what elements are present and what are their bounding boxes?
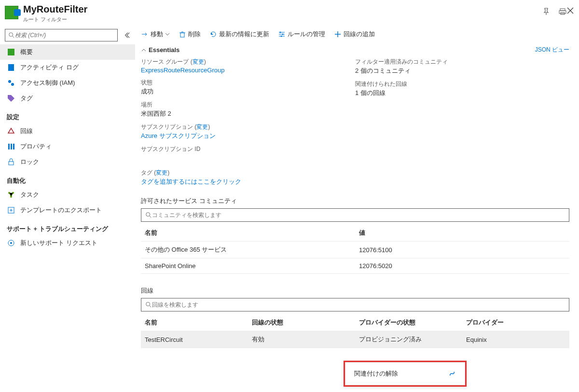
circuits-section-title: 回線: [135, 284, 575, 298]
trash-icon: [179, 30, 186, 38]
svg-point-7: [11, 83, 14, 86]
sidebar-section-support: サポート + トラブルシューティング: [0, 218, 135, 235]
sidebar-item-activity-log[interactable]: アクティビティ ログ: [0, 60, 135, 75]
sidebar-item-label: 回線: [20, 127, 33, 135]
table-row[interactable]: SharePoint Online 12076:5020: [141, 258, 569, 274]
col-name[interactable]: 名前: [141, 314, 248, 331]
sidebar-item-label: タグ: [20, 94, 33, 103]
sidebar-item-label: タスク: [20, 190, 39, 199]
route-filter-icon: [5, 6, 18, 19]
table-row[interactable]: TestERCircuit 有効 プロビジョニング済み Equinix: [141, 331, 569, 348]
search-icon: [145, 212, 152, 218]
sidebar-item-label: プロパティ: [20, 142, 52, 151]
sidebar-item-access-control[interactable]: アクセス制御 (IAM): [0, 75, 135, 91]
refresh-icon: [209, 30, 217, 38]
dissociate-menu-item[interactable]: 関連付けの解除: [345, 362, 465, 367]
page-header: MyRouteFilter ルート フィルター: [0, 0, 579, 26]
command-bar: 移動 削除 最新の情報に更新 ルールの管理 回線の追加: [135, 26, 575, 43]
sidebar-item-overview[interactable]: 概要: [0, 44, 135, 60]
sidebar-item-locks[interactable]: ロック: [0, 154, 135, 170]
svg-point-17: [10, 242, 12, 244]
sidebar-item-tasks[interactable]: タスク: [0, 187, 135, 203]
add-tags-link[interactable]: タグを追加するにはここをクリック: [141, 177, 569, 186]
col-value[interactable]: 値: [355, 225, 569, 242]
search-input-container[interactable]: [5, 29, 118, 41]
field-status: 状態 成功: [141, 79, 355, 96]
svg-point-22: [146, 213, 150, 216]
communities-filter-input[interactable]: [152, 212, 565, 218]
search-icon: [8, 32, 15, 39]
col-name[interactable]: 名前: [141, 225, 355, 242]
svg-rect-4: [8, 49, 14, 55]
sidebar-item-circuits[interactable]: 回線: [0, 123, 135, 139]
sidebar-item-label: 新しいサポート リクエスト: [20, 239, 97, 247]
col-circuit-state[interactable]: 回線の状態: [248, 314, 355, 331]
search-input[interactable]: [15, 32, 114, 39]
sidebar-item-tags[interactable]: タグ: [0, 91, 135, 106]
sidebar-item-export-template[interactable]: テンプレートのエクスポート: [0, 203, 135, 218]
subscription-link[interactable]: Azure サブスクリプション: [141, 132, 355, 140]
sidebar-section-settings: 設定: [0, 106, 135, 123]
export-template-icon: [7, 206, 15, 214]
print-icon[interactable]: [559, 8, 566, 15]
json-view-link[interactable]: JSON ビュー: [535, 46, 569, 54]
change-subscription-link[interactable]: 変更: [196, 123, 208, 130]
move-icon: [141, 30, 149, 38]
sidebar-item-properties[interactable]: プロパティ: [0, 139, 135, 154]
pin-icon[interactable]: [542, 8, 550, 15]
svg-point-20: [282, 34, 284, 35]
sidebar-section-automation: 自動化: [0, 170, 135, 187]
col-provider[interactable]: プロバイダー: [462, 314, 569, 331]
tasks-icon: [7, 191, 15, 199]
communities-section-title: 許可されたサービス コミュニティ: [135, 194, 575, 208]
circuits-filter-input[interactable]: [152, 301, 565, 308]
svg-rect-1: [559, 11, 566, 14]
route-filter-nav-icon: [7, 48, 15, 56]
communities-table: 名前 値 その他の Office 365 サービス 12076:5100 Sha…: [141, 225, 569, 274]
change-tags-link[interactable]: 変更: [156, 169, 167, 176]
sidebar-item-label: アクティビティ ログ: [20, 63, 79, 72]
essentials-grid: リソース グループ (変更) ExpressRouteResourceGroup…: [135, 57, 575, 167]
sidebar-item-support-request[interactable]: 新しいサポート リクエスト: [0, 235, 135, 251]
essentials-header[interactable]: Essentials JSON ビュー: [135, 43, 575, 57]
lock-icon: [7, 158, 15, 166]
chevron-up-icon: [141, 47, 147, 53]
table-row[interactable]: その他の Office 365 サービス 12076:5100: [141, 242, 569, 258]
move-button[interactable]: 移動: [141, 30, 170, 39]
sidebar-item-label: テンプレートのエクスポート: [20, 206, 102, 215]
delete-button[interactable]: 削除: [179, 30, 201, 39]
tag-icon: [7, 95, 15, 102]
row-context-menu: 関連付けの解除: [344, 361, 467, 367]
field-subscription: サブスクリプション (変更) Azure サブスクリプション: [141, 123, 355, 140]
circuits-icon: [7, 127, 15, 135]
chevron-down-icon: [165, 32, 170, 37]
search-icon: [145, 301, 152, 308]
svg-point-23: [146, 302, 150, 306]
svg-rect-10: [13, 144, 14, 149]
refresh-button[interactable]: 最新の情報に更新: [209, 30, 269, 39]
rules-icon: [278, 30, 286, 38]
field-tags: タグ (変更) タグを追加するにはここをクリック: [135, 167, 575, 194]
support-icon: [7, 239, 15, 247]
col-provider-state[interactable]: プロバイダーの状態: [355, 314, 462, 331]
circuits-table: 名前 回線の状態 プロバイダーの状態 プロバイダー TestERCircuit …: [141, 314, 569, 348]
svg-point-21: [281, 36, 282, 37]
change-resource-group-link[interactable]: 変更: [193, 58, 204, 65]
svg-rect-11: [9, 162, 14, 165]
resource-group-link[interactable]: ExpressRouteResourceGroup: [141, 67, 355, 74]
properties-icon: [7, 143, 15, 150]
field-resource-group: リソース グループ (変更) ExpressRouteResourceGroup: [141, 58, 355, 74]
close-icon[interactable]: [566, 7, 574, 14]
plus-icon: [334, 30, 342, 38]
svg-rect-18: [180, 33, 184, 37]
field-communities: フィルター適用済みのコミュニティ 2 個のコミュニティ: [355, 58, 569, 75]
communities-filter-box[interactable]: [141, 208, 569, 222]
circuits-filter-box[interactable]: [141, 298, 569, 311]
svg-rect-5: [8, 64, 14, 71]
add-circuit-button[interactable]: 回線の追加: [334, 30, 375, 39]
page-title: MyRouteFilter: [23, 4, 533, 15]
manage-rules-button[interactable]: ルールの管理: [278, 30, 325, 39]
collapse-sidebar-icon[interactable]: [124, 32, 130, 39]
svg-point-19: [280, 32, 281, 33]
svg-point-3: [9, 33, 13, 37]
